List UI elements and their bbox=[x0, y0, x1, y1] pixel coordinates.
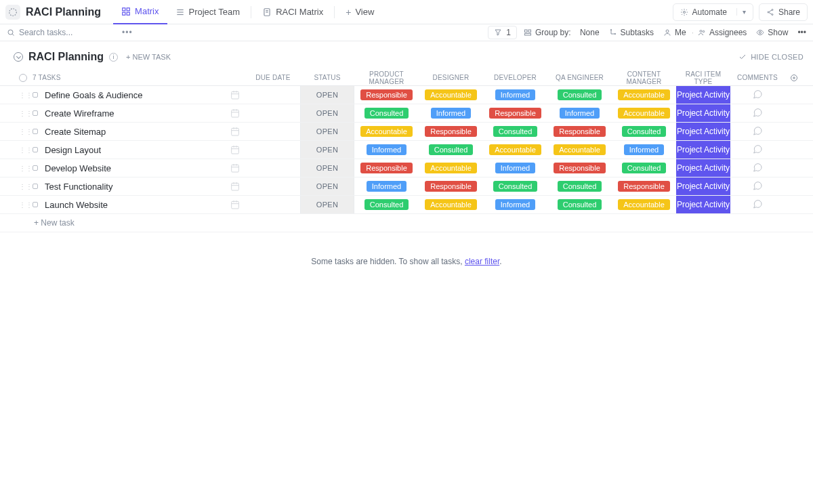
status-dot[interactable] bbox=[33, 110, 38, 116]
calendar-icon[interactable] bbox=[230, 199, 241, 210]
info-icon[interactable]: i bbox=[109, 53, 118, 62]
cell-comments[interactable] bbox=[730, 86, 785, 104]
status-dot[interactable] bbox=[33, 184, 38, 189]
column-header-qa[interactable]: QA ENGINEER bbox=[547, 74, 612, 81]
tab-matrix[interactable]: Matrix bbox=[113, 0, 167, 24]
cell-comments[interactable] bbox=[730, 123, 785, 140]
cell-c-pm[interactable]: Accountable bbox=[354, 123, 419, 140]
chevron-down-icon[interactable]: ▾ bbox=[736, 8, 746, 16]
cell-c-design[interactable]: Consulted bbox=[419, 141, 483, 159]
cell-task-name[interactable]: ⋮⋮ Launch Website bbox=[0, 196, 246, 213]
status-dot[interactable] bbox=[33, 92, 38, 98]
status-dot[interactable] bbox=[33, 202, 38, 207]
section-title[interactable]: RACI Planning bbox=[28, 51, 104, 63]
drag-handle-icon[interactable]: ⋮⋮ bbox=[19, 110, 26, 117]
drag-handle-icon[interactable]: ⋮⋮ bbox=[19, 201, 26, 209]
status-dot[interactable] bbox=[33, 129, 38, 134]
cell-status[interactable]: OPEN bbox=[300, 159, 354, 177]
table-row[interactable]: ⋮⋮ Create Wireframe OPEN Consulted Infor… bbox=[0, 104, 813, 123]
cell-due-date[interactable] bbox=[246, 104, 300, 122]
show-button[interactable]: Show bbox=[756, 28, 788, 37]
cell-c-qa[interactable]: Responsible bbox=[547, 159, 612, 177]
cell-c-cm[interactable]: Responsible bbox=[612, 177, 676, 195]
calendar-icon[interactable] bbox=[230, 181, 241, 192]
cell-due-date[interactable] bbox=[246, 86, 300, 104]
cell-c-cm[interactable]: Accountable bbox=[612, 196, 676, 213]
cell-raci-type[interactable]: Project Activity bbox=[676, 86, 730, 104]
new-task-row-button[interactable]: + New task bbox=[0, 214, 813, 232]
collapse-toggle[interactable] bbox=[14, 52, 23, 62]
cell-c-pm[interactable]: Informed bbox=[354, 141, 419, 159]
cell-raci-type[interactable]: Project Activity bbox=[676, 196, 730, 213]
tab-raci-matrix[interactable]: RACI Matrix bbox=[254, 0, 331, 24]
table-row[interactable]: ⋮⋮ Design Layout OPEN Informed Consulted… bbox=[0, 141, 813, 159]
cell-c-qa[interactable]: Consulted bbox=[547, 86, 612, 104]
table-row[interactable]: ⋮⋮ Launch Website OPEN Consulted Account… bbox=[0, 196, 813, 214]
cell-comments[interactable] bbox=[730, 177, 785, 195]
cell-task-name[interactable]: ⋮⋮ Create Sitemap bbox=[0, 123, 246, 140]
cell-c-cm[interactable]: Consulted bbox=[612, 159, 676, 177]
cell-task-name[interactable]: ⋮⋮ Develop Website bbox=[0, 159, 246, 177]
cell-raci-type[interactable]: Project Activity bbox=[676, 159, 730, 177]
cell-c-design[interactable]: Informed bbox=[419, 104, 483, 122]
cell-c-pm[interactable]: Responsible bbox=[354, 86, 419, 104]
status-dot[interactable] bbox=[33, 147, 38, 152]
column-header-comments[interactable]: COMMENTS bbox=[730, 74, 785, 81]
cell-comments[interactable] bbox=[730, 141, 785, 159]
column-header-cm[interactable]: CONTENT MANAGER bbox=[612, 70, 676, 85]
cell-comments[interactable] bbox=[730, 104, 785, 122]
filter-count-pill[interactable]: 1 bbox=[488, 26, 517, 39]
cell-comments[interactable] bbox=[730, 196, 785, 213]
calendar-icon[interactable] bbox=[230, 163, 241, 173]
cell-task-name[interactable]: ⋮⋮ Test Functionality bbox=[0, 177, 246, 195]
cell-status[interactable]: OPEN bbox=[300, 104, 354, 122]
drag-handle-icon[interactable]: ⋮⋮ bbox=[19, 183, 26, 190]
cell-raci-type[interactable]: Project Activity bbox=[676, 177, 730, 195]
search-input[interactable] bbox=[19, 28, 114, 37]
drag-handle-icon[interactable]: ⋮⋮ bbox=[19, 128, 26, 135]
cell-c-dev[interactable]: Consulted bbox=[483, 177, 547, 195]
cell-status[interactable]: OPEN bbox=[300, 123, 354, 140]
cell-c-design[interactable]: Accountable bbox=[419, 159, 483, 177]
subtasks-button[interactable]: Subtasks bbox=[609, 28, 654, 37]
cell-c-dev[interactable]: Informed bbox=[483, 159, 547, 177]
share-button[interactable]: Share bbox=[759, 3, 808, 21]
assignees-button[interactable]: Assignees bbox=[698, 28, 747, 37]
select-all-toggle[interactable] bbox=[19, 74, 27, 82]
me-button[interactable]: Me bbox=[663, 28, 686, 37]
cell-due-date[interactable] bbox=[246, 177, 300, 195]
space-name[interactable]: RACI Planning bbox=[26, 6, 101, 18]
table-row[interactable]: ⋮⋮ Develop Website OPEN Responsible Acco… bbox=[0, 159, 813, 177]
calendar-icon[interactable] bbox=[230, 89, 241, 100]
cell-c-pm[interactable]: Informed bbox=[354, 177, 419, 195]
cell-c-dev[interactable]: Informed bbox=[483, 196, 547, 213]
toolbar-more-icon[interactable]: ••• bbox=[797, 28, 806, 37]
table-row[interactable]: ⋮⋮ Define Goals & Audience OPEN Responsi… bbox=[0, 86, 813, 104]
drag-handle-icon[interactable]: ⋮⋮ bbox=[19, 165, 26, 172]
cell-task-name[interactable]: ⋮⋮ Define Goals & Audience bbox=[0, 86, 246, 104]
calendar-icon[interactable] bbox=[230, 126, 241, 137]
cell-c-pm[interactable]: Consulted bbox=[354, 196, 419, 213]
cell-c-pm[interactable]: Responsible bbox=[354, 159, 419, 177]
calendar-icon[interactable] bbox=[230, 108, 241, 119]
group-by-button[interactable]: Group by: None bbox=[524, 28, 600, 37]
cell-c-design[interactable]: Accountable bbox=[419, 86, 483, 104]
column-header-status[interactable]: STATUS bbox=[300, 74, 354, 81]
new-task-header-button[interactable]: + NEW TASK bbox=[126, 53, 171, 61]
cell-c-cm[interactable]: Informed bbox=[612, 141, 676, 159]
table-row[interactable]: ⋮⋮ Test Functionality OPEN Informed Resp… bbox=[0, 177, 813, 196]
cell-due-date[interactable] bbox=[246, 123, 300, 140]
cell-c-design[interactable]: Responsible bbox=[419, 123, 483, 140]
cell-c-cm[interactable]: Accountable bbox=[612, 86, 676, 104]
cell-task-name[interactable]: ⋮⋮ Design Layout bbox=[0, 141, 246, 159]
column-header-tasks[interactable]: 7 TASKS bbox=[33, 74, 246, 81]
column-header-raci-type[interactable]: RACI ITEM TYPE bbox=[676, 70, 730, 85]
hide-closed-button[interactable]: HIDE CLOSED bbox=[738, 53, 804, 61]
calendar-icon[interactable] bbox=[230, 144, 241, 155]
add-column-button[interactable] bbox=[785, 74, 804, 82]
column-header-pm[interactable]: PRODUCT MANAGER bbox=[354, 70, 419, 85]
space-icon[interactable] bbox=[5, 5, 20, 20]
cell-due-date[interactable] bbox=[246, 196, 300, 213]
cell-raci-type[interactable]: Project Activity bbox=[676, 141, 730, 159]
cell-c-cm[interactable]: Accountable bbox=[612, 104, 676, 122]
